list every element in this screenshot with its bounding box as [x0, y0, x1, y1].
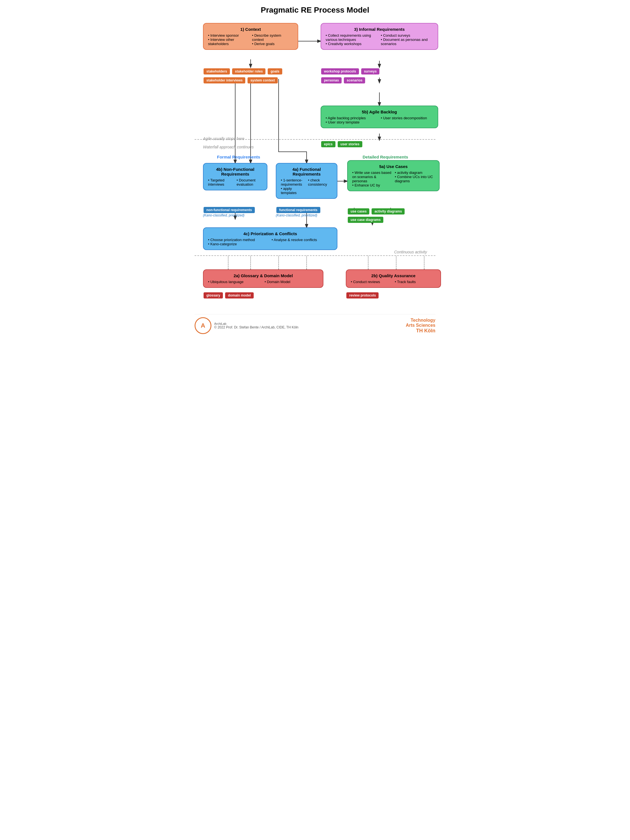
- footer-copyright: © 2022 Prof. Dr. Stefan Bente / ArchiLab…: [214, 325, 298, 329]
- glossary-item-2: Domain Model: [265, 280, 318, 284]
- agile-col2: User stories decomposition: [381, 116, 433, 124]
- use-cases-artifacts-row2: use case diagrams: [347, 216, 384, 223]
- use-cases-box: 5a) Use Cases Write use cases based on s…: [347, 160, 440, 191]
- diagram: 1) Context Interview sponsor Interview o…: [194, 23, 436, 309]
- glossary-item-1: Ubiquitous language: [208, 280, 262, 284]
- informal-item-2: Creativity workshops: [326, 42, 378, 46]
- use-cases-artifacts-row1: use cases activity diagrams: [347, 208, 405, 215]
- context-item-3: Describe system context: [252, 33, 293, 42]
- informal-item-4: Document as personas and scenarios: [381, 38, 433, 46]
- quality-box: 2b) Quality Assurance Conduct reviews Tr…: [346, 269, 441, 288]
- tag-use-case-diagrams: use case diagrams: [348, 217, 383, 223]
- logo-letter: A: [201, 322, 205, 329]
- detailed-requirements-label: Detailed Requirements: [363, 155, 408, 159]
- footer-left: A ArchiLab © 2022 Prof. Dr. Stefan Bente…: [194, 317, 298, 334]
- org-line1: Technology: [406, 318, 436, 323]
- continuous-label: Continuous activity: [394, 250, 427, 254]
- context-title: 1) Context: [208, 27, 293, 32]
- non-functional-col2: Document evaluation: [237, 178, 262, 186]
- non-functional-col1: Targeted interviews: [208, 178, 234, 186]
- tag-glossary: glossary: [204, 292, 223, 298]
- tag-non-functional-requirements: non-functional requirements: [204, 207, 255, 213]
- use-cases-col1: Write use cases based on scenarios & per…: [352, 171, 392, 187]
- tag-goals: goals: [268, 68, 282, 74]
- tag-review-protocols: review protocols: [346, 292, 379, 298]
- page-title: Pragmatic RE Process Model: [194, 6, 436, 14]
- continuous-dashed-line: [194, 255, 436, 256]
- use-cases-title: 5a) Use Cases: [352, 164, 434, 169]
- tag-domain-model: domain model: [225, 292, 253, 298]
- agile-item-3: User stories decomposition: [381, 116, 433, 120]
- quality-title: 2b) Quality Assurance: [351, 273, 436, 278]
- tag-workshop-protocols: workshop protocols: [321, 68, 359, 74]
- archlab-logo: A: [194, 317, 212, 334]
- quality-item-2: Track faults: [395, 280, 436, 284]
- functional-col1: 1-sentence-requirements apply templates: [281, 178, 305, 195]
- agile-artifacts: epics user stories: [321, 141, 363, 148]
- org-line2: Arts Sciences: [406, 323, 436, 328]
- functional-col2: check consistency: [308, 178, 332, 195]
- use-cases-item-3: activity diagram: [395, 171, 434, 175]
- tag-user-stories: user stories: [338, 141, 362, 147]
- informal-item-3: Conduct surveys: [381, 33, 433, 38]
- functional-item-3: check consistency: [308, 178, 332, 186]
- use-cases-col2: activity diagram Combine UCs into UC dia…: [395, 171, 434, 187]
- informal-item-1: Collect requirements using various techn…: [326, 33, 378, 42]
- functional-kano: (Kano-classified, prioritized): [276, 213, 317, 217]
- agile-backlog-box: 5b) Agile Backlog Agile backlog principl…: [321, 106, 438, 128]
- use-cases-item-2: Enhance UC by: [352, 183, 392, 187]
- tag-functional-requirements: functional requirements: [276, 207, 321, 213]
- functional-title: 4a) Functional Requirements: [281, 167, 332, 177]
- priorization-box: 4c) Priorization & Conflicts Choose prio…: [203, 227, 337, 250]
- informal-col1: Collect requirements using various techn…: [326, 33, 378, 46]
- informal-artifacts-row2: personas scenarios: [321, 77, 366, 84]
- agile-stops-label: Agile usually stops here: [203, 136, 245, 141]
- context-col1: Interview sponsor Interview other stakeh…: [208, 33, 249, 46]
- tag-stakeholder-roles: stakeholder roles: [232, 68, 265, 74]
- glossary-box: 2a) Glossary & Domain Model Ubiquitous l…: [203, 269, 324, 288]
- context-artifacts-row1: stakeholders stakeholder roles goals: [203, 68, 283, 75]
- quality-col2: Track faults: [395, 280, 436, 284]
- informal-artifacts-row1: workshop protocols surveys: [321, 68, 380, 75]
- priorization-col2: Analyse & resolve conflicts: [272, 238, 332, 246]
- priorization-title: 4c) Priorization & Conflicts: [208, 231, 332, 236]
- agile-item-1: Agile backlog principles: [326, 116, 378, 120]
- tag-scenarios: scenarios: [344, 77, 365, 84]
- quality-item-1: Conduct reviews: [351, 280, 392, 284]
- waterfall-label: Waterfall approach continues: [203, 145, 254, 149]
- formal-requirements-label: Formal Requirements: [217, 155, 260, 159]
- use-cases-item-4: Combine UCs into UC diagrams: [395, 175, 434, 183]
- glossary-title: 2a) Glossary & Domain Model: [208, 273, 318, 278]
- priorization-item-2: Kano-categorize: [208, 242, 269, 246]
- tag-stakeholders: stakeholders: [204, 68, 230, 74]
- priorization-col1: Choose priorization method Kano-categori…: [208, 238, 269, 246]
- functional-item-1: 1-sentence-requirements: [281, 178, 305, 186]
- non-functional-title: 4b) Non-Functional Requirements: [208, 167, 262, 177]
- tag-use-cases: use cases: [348, 208, 369, 215]
- tag-epics: epics: [321, 141, 335, 147]
- footer-right: Technology Arts Sciences TH Köln: [406, 318, 436, 334]
- org-line3: TH Köln: [406, 328, 436, 334]
- glossary-artifacts: glossary domain model: [203, 292, 254, 299]
- archlab-name: ArchiLab © 2022 Prof. Dr. Stefan Bente /…: [214, 322, 298, 329]
- informal-box: 3) Informal Requirements Collect require…: [321, 23, 438, 50]
- agile-title: 5b) Agile Backlog: [326, 109, 433, 114]
- quality-artifacts: review protocols: [346, 292, 379, 299]
- use-cases-item-1: Write use cases based on scenarios & per…: [352, 171, 392, 183]
- informal-col2: Conduct surveys Document as personas and…: [381, 33, 433, 46]
- informal-title: 3) Informal Requirements: [326, 27, 433, 32]
- tag-surveys: surveys: [361, 68, 379, 74]
- context-item-1: Interview sponsor: [208, 33, 249, 38]
- tag-system-context: system context: [248, 77, 278, 84]
- glossary-col2: Domain Model: [265, 280, 318, 284]
- agile-item-2: User story template: [326, 120, 378, 124]
- context-artifacts-row2: stakeholder interviews system context: [203, 77, 278, 84]
- non-functional-item-2: Document evaluation: [237, 178, 262, 186]
- non-functional-kano: (Kano-classified, prioritized): [203, 213, 245, 217]
- footer: A ArchiLab © 2022 Prof. Dr. Stefan Bente…: [194, 314, 436, 334]
- priorization-item-3: Analyse & resolve conflicts: [272, 238, 332, 242]
- tag-personas: personas: [321, 77, 342, 84]
- functional-box: 4a) Functional Requirements 1-sentence-r…: [276, 163, 337, 199]
- glossary-col1: Ubiquitous language: [208, 280, 262, 284]
- context-col2: Describe system context Derive goals: [252, 33, 293, 46]
